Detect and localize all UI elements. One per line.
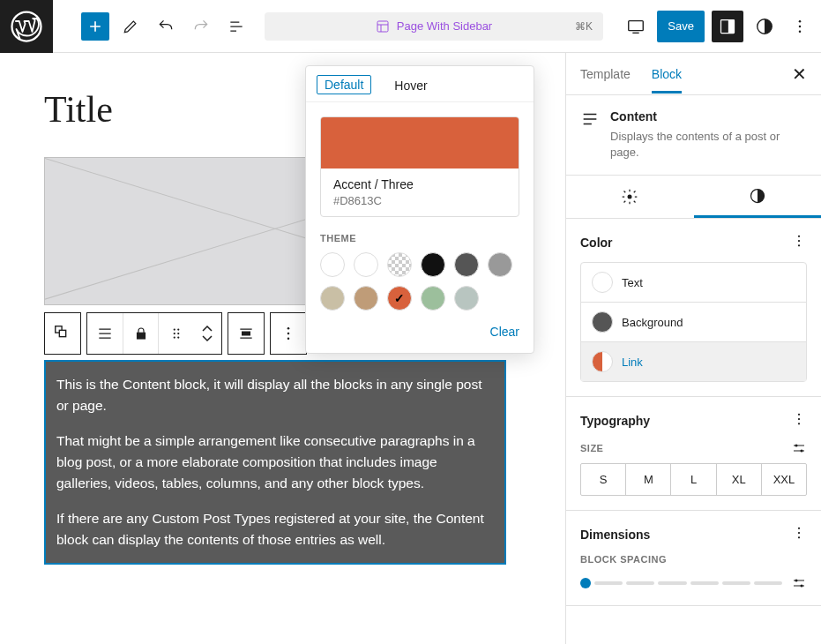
color-preview[interactable]: Accent / Three #D8613C: [320, 116, 519, 217]
theme-swatch[interactable]: [387, 286, 412, 311]
text-color-swatch: [592, 272, 613, 293]
selected-color-hex: #D8613C: [333, 194, 506, 207]
size-l[interactable]: L: [670, 464, 715, 495]
page-selector[interactable]: Page With Sidebar ⌘K: [265, 12, 603, 41]
size-s[interactable]: S: [581, 464, 625, 495]
svg-point-7: [799, 25, 802, 27]
redo-button[interactable]: [187, 12, 215, 41]
spacing-settings-icon[interactable]: [791, 575, 807, 591]
dimensions-panel-more[interactable]: [791, 525, 807, 543]
tab-block[interactable]: Block: [652, 55, 682, 94]
theme-label: THEME: [320, 233, 519, 243]
theme-swatch[interactable]: [320, 252, 345, 277]
edit-icon[interactable]: [116, 12, 145, 41]
theme-swatch[interactable]: [421, 286, 445, 311]
top-toolbar: Page With Sidebar ⌘K Save: [0, 0, 821, 53]
layout-icon: [376, 19, 390, 34]
settings-sidebar: Template Block ✕ Content Displays the co…: [565, 53, 821, 644]
popover-tab-default[interactable]: Default: [317, 75, 371, 94]
color-option-background[interactable]: Background: [581, 302, 806, 341]
svg-point-17: [177, 336, 179, 338]
color-option-link[interactable]: Link: [581, 341, 806, 381]
svg-point-34: [798, 537, 800, 539]
svg-point-26: [798, 245, 800, 247]
svg-point-21: [287, 338, 290, 341]
undo-button[interactable]: [152, 12, 180, 41]
svg-rect-2: [629, 20, 644, 30]
theme-swatch[interactable]: [354, 252, 378, 277]
settings-tab-general[interactable]: [566, 176, 694, 218]
svg-point-8: [799, 30, 802, 33]
svg-rect-1: [377, 21, 388, 32]
page-name: Page With Sidebar: [397, 19, 492, 33]
svg-point-33: [798, 532, 800, 534]
move-buttons[interactable]: [193, 313, 221, 354]
background-color-swatch: [592, 311, 613, 333]
theme-swatch[interactable]: [320, 286, 345, 311]
svg-rect-10: [59, 330, 65, 336]
color-option-text[interactable]: Text: [581, 263, 806, 302]
settings-panel-toggle[interactable]: [712, 11, 743, 42]
size-buttons: S M L XL XXL: [580, 463, 807, 496]
content-block[interactable]: This is the Content block, it will displ…: [44, 360, 506, 565]
settings-tab-styles[interactable]: [694, 176, 822, 218]
svg-point-15: [177, 333, 179, 334]
clear-button[interactable]: Clear: [320, 325, 519, 339]
theme-swatch[interactable]: [454, 252, 479, 277]
link-color-swatch: [592, 351, 613, 372]
svg-rect-4: [728, 19, 735, 33]
svg-point-24: [798, 236, 800, 237]
size-xxl[interactable]: XXL: [761, 464, 806, 495]
close-icon[interactable]: ✕: [792, 64, 807, 85]
typography-panel: Typography SIZE S M L XL XXL: [566, 397, 821, 511]
theme-swatches: [320, 252, 519, 311]
size-m[interactable]: M: [625, 464, 670, 495]
svg-point-13: [177, 328, 179, 330]
color-option-label: Link: [622, 356, 643, 369]
block-spacing-label: BLOCK SPACING: [580, 554, 807, 565]
size-xl[interactable]: XL: [716, 464, 761, 495]
width-button[interactable]: [228, 313, 264, 354]
add-block-button[interactable]: [81, 12, 109, 41]
svg-point-36: [801, 585, 803, 588]
color-panel: Color Text Background Link: [566, 219, 821, 397]
more-options-button[interactable]: [786, 12, 814, 41]
svg-point-29: [798, 423, 800, 425]
typography-panel-more[interactable]: [791, 411, 807, 430]
block-more-button[interactable]: [271, 313, 306, 354]
document-outline-button[interactable]: [222, 12, 250, 41]
theme-swatch[interactable]: [454, 286, 479, 311]
svg-point-31: [801, 450, 803, 453]
block-spacing-slider[interactable]: [580, 578, 782, 588]
lock-button[interactable]: [123, 313, 158, 354]
color-picker-popover: Default Hover Accent / Three #D8613C THE…: [305, 65, 534, 354]
svg-point-28: [798, 418, 800, 420]
svg-point-6: [799, 19, 802, 22]
svg-point-19: [287, 327, 290, 330]
drag-handle[interactable]: [158, 313, 193, 354]
align-button[interactable]: [87, 313, 123, 354]
color-panel-title: Color: [580, 236, 613, 250]
dimensions-panel: Dimensions BLOCK SPACING: [566, 511, 821, 606]
theme-swatch[interactable]: [387, 252, 412, 277]
block-summary: Content Displays the contents of a post …: [566, 95, 821, 176]
tab-template[interactable]: Template: [580, 55, 631, 94]
svg-point-20: [287, 333, 290, 335]
size-settings-icon[interactable]: [791, 440, 807, 456]
selected-color-name: Accent / Three: [333, 177, 506, 191]
styles-button[interactable]: [750, 12, 779, 41]
keyboard-shortcut: ⌘K: [575, 20, 593, 33]
save-button[interactable]: Save: [657, 11, 705, 42]
block-type-button[interactable]: [45, 313, 80, 354]
svg-point-35: [795, 580, 798, 582]
color-panel-more[interactable]: [791, 233, 807, 251]
svg-point-16: [173, 336, 175, 338]
wordpress-logo[interactable]: [0, 0, 53, 53]
theme-swatch[interactable]: [354, 286, 378, 311]
popover-tab-hover[interactable]: Hover: [385, 75, 436, 101]
theme-swatch[interactable]: [421, 252, 445, 277]
typography-panel-title: Typography: [580, 414, 650, 428]
theme-swatch[interactable]: [488, 252, 512, 277]
color-preview-swatch: [321, 117, 519, 168]
view-button[interactable]: [622, 12, 650, 41]
